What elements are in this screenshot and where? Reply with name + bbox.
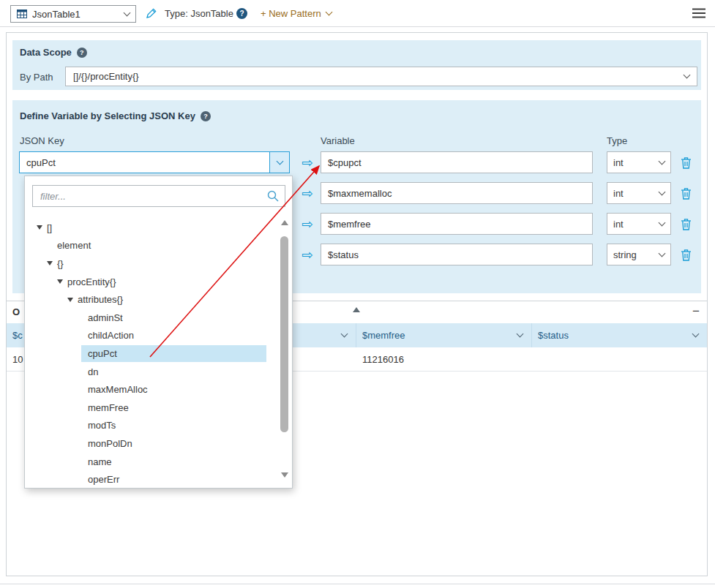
toolbar: JsonTable1 Type: JsonTable ? + New Patte… <box>0 0 715 27</box>
column-header-label: $c <box>12 330 23 341</box>
variable-input[interactable] <box>321 182 593 204</box>
tree-item[interactable]: operErr <box>25 470 292 489</box>
variable-input[interactable] <box>321 213 593 235</box>
type-select-value: int <box>613 157 624 168</box>
type-select[interactable]: int <box>607 182 671 204</box>
chevron-down-icon <box>276 157 283 165</box>
delete-variable-button[interactable] <box>678 155 693 170</box>
variable-input[interactable] <box>321 244 593 265</box>
json-key-column-label: JSON Key <box>20 135 64 146</box>
tree-item[interactable]: {} <box>25 255 292 273</box>
column-header-label: $status <box>538 330 569 341</box>
variable-row: cpuPct ⇨ int <box>12 151 701 173</box>
scroll-up-icon[interactable] <box>281 220 288 225</box>
trash-icon <box>681 187 692 200</box>
pencil-icon <box>146 7 157 19</box>
tree-item[interactable]: dn <box>25 363 292 381</box>
chevron-down-icon <box>659 219 666 226</box>
tree-item[interactable]: adminSt <box>25 309 292 327</box>
tree-item[interactable]: procEntity{} <box>25 273 292 291</box>
tree-item-label: {} <box>57 258 64 269</box>
tree-expander-icon[interactable] <box>67 298 78 302</box>
tree-item-selected[interactable]: cpuPct <box>25 344 292 363</box>
type-select[interactable]: string <box>607 244 671 265</box>
output-cell: 11216016 <box>356 347 532 371</box>
tree-item-label: maxMemAlloc <box>88 384 148 395</box>
map-arrow-icon: ⇨ <box>298 244 317 265</box>
tree-item-label: name <box>88 456 112 467</box>
tree-item[interactable]: maxMemAlloc <box>25 380 292 399</box>
map-arrow-icon: ⇨ <box>298 182 317 204</box>
data-scope-title: Data Scope ? <box>20 47 87 58</box>
trash-icon <box>681 157 692 169</box>
collapse-panel-icon[interactable] <box>353 307 360 312</box>
data-scope-section: Data Scope ? By Path []/{}/procEntity{} <box>12 40 701 90</box>
chevron-down-icon <box>659 157 666 165</box>
minimize-output-button[interactable]: − <box>692 301 700 321</box>
define-variables-title: Define Variable by Selecting JSON Key ? <box>20 110 211 121</box>
tree-expander-icon[interactable] <box>47 261 57 265</box>
tree-item[interactable]: monPolDn <box>25 434 292 453</box>
output-column-header[interactable]: $status <box>532 323 707 347</box>
chevron-down-icon <box>684 72 691 79</box>
output-column-header[interactable]: $memfree <box>356 323 532 347</box>
json-key-select-value: cpuPct <box>20 157 56 168</box>
tree-item[interactable]: [] <box>25 219 292 237</box>
tree-item-label: attributes{} <box>78 294 123 305</box>
delete-variable-button[interactable] <box>678 216 693 231</box>
type-select[interactable]: int <box>607 213 671 235</box>
output-cell <box>532 347 707 371</box>
menu-button[interactable] <box>692 8 705 20</box>
chevron-down-icon <box>517 331 524 338</box>
by-path-label: By Path <box>20 72 53 83</box>
tree-item[interactable]: name <box>25 453 292 471</box>
chevron-down-icon <box>341 331 348 338</box>
new-pattern-button[interactable]: + New Pattern <box>261 8 332 19</box>
by-path-select[interactable]: []/{}/procEntity{} <box>65 67 697 86</box>
pattern-select[interactable]: JsonTable1 <box>10 5 136 23</box>
chevron-down-icon <box>659 188 666 195</box>
tree-item-label: memFree <box>88 402 129 413</box>
tree-item[interactable]: element <box>25 237 292 255</box>
tree-expander-icon[interactable] <box>57 279 67 284</box>
chevron-down-icon <box>659 249 666 257</box>
scroll-down-icon[interactable] <box>281 472 288 478</box>
variable-column-label: Variable <box>321 135 355 146</box>
tree-item-label: adminSt <box>88 312 123 323</box>
by-path-value: []/{}/procEntity{} <box>73 71 139 82</box>
tree-expander-icon[interactable] <box>37 225 47 230</box>
map-arrow-icon: ⇨ <box>298 151 317 173</box>
type-column-label: Type <box>607 135 627 146</box>
page-bottom-divider <box>0 584 715 584</box>
app-window: JsonTable1 Type: JsonTable ? + New Patte… <box>0 0 715 588</box>
define-variables-title-text: Define Variable by Selecting JSON Key <box>20 110 195 121</box>
tree-item[interactable]: modTs <box>25 417 292 435</box>
type-select-value: int <box>613 188 624 199</box>
tree-item-label: element <box>57 240 91 251</box>
variable-input[interactable] <box>321 151 593 173</box>
delete-variable-button[interactable] <box>678 186 693 200</box>
edit-pattern-button[interactable] <box>146 7 157 21</box>
trash-icon <box>681 249 692 261</box>
tree-item[interactable]: attributes{} <box>25 290 292 309</box>
delete-variable-button[interactable] <box>678 247 693 262</box>
tree-item-label: dn <box>88 366 98 377</box>
column-header-label: $memfree <box>362 330 405 341</box>
filter-field <box>32 185 285 207</box>
help-icon[interactable]: ? <box>77 48 87 58</box>
new-pattern-label: + New Pattern <box>261 8 321 19</box>
help-icon[interactable]: ? <box>201 111 211 121</box>
tree-item[interactable]: childAction <box>25 327 292 345</box>
help-icon[interactable]: ? <box>236 8 247 19</box>
scrollbar-thumb[interactable] <box>280 236 288 432</box>
chevron-down-icon <box>325 9 332 16</box>
tree-scrollbar <box>280 220 290 478</box>
type-select-value: string <box>613 249 637 260</box>
type-select[interactable]: int <box>607 151 671 173</box>
json-key-select-toggle[interactable] <box>269 152 289 173</box>
tree-item[interactable]: memFree <box>25 399 292 417</box>
tree-item-label: modTs <box>88 420 116 431</box>
filter-input[interactable] <box>32 185 285 207</box>
table-icon <box>17 10 27 18</box>
json-key-select[interactable]: cpuPct <box>19 151 290 173</box>
